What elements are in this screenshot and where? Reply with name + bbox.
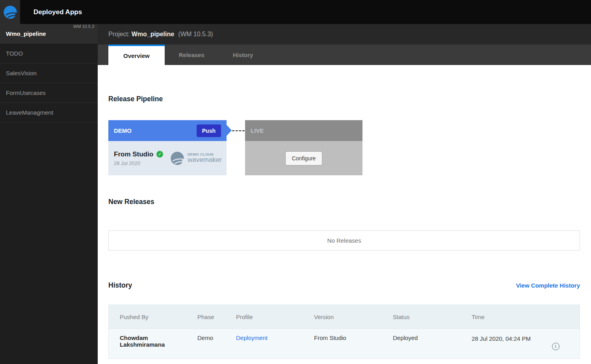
overview-content: Release Pipeline DEMO Push From Studio ✓… [98, 95, 591, 359]
sidebar-item-todo[interactable]: TODO [0, 44, 98, 63]
info-icon[interactable]: i [552, 343, 559, 350]
table-row: Chowdam Lakshmiramana Demo Deployment Fr… [109, 329, 580, 358]
live-card-header: LIVE [245, 120, 362, 141]
pipeline-arrow [227, 125, 232, 136]
history-section-header: History View Complete History [108, 281, 580, 290]
sidebar-item-salesvision[interactable]: SalesVision [0, 63, 98, 83]
tab-overview[interactable]: Overview [108, 45, 165, 65]
demo-card-body: From Studio ✓ 28 Jul 2020 [108, 141, 227, 175]
tab-bar: Overview Releases History [98, 45, 591, 65]
configure-button[interactable]: Configure [285, 151, 323, 165]
project-prefix-label: Project: [108, 31, 130, 37]
demo-phase-card: DEMO Push From Studio ✓ 28 Jul 2020 [108, 120, 227, 175]
row-pushed-by: Chowdam Lakshmiramana [120, 334, 175, 348]
sidebar-item-label: TODO [6, 50, 23, 57]
live-phase-card: LIVE Configure [245, 120, 362, 175]
topbar: Deployed Apps [0, 0, 591, 24]
history-heading: History [108, 281, 132, 290]
col-time: Time [461, 314, 532, 320]
pipeline-cards: DEMO Push From Studio ✓ 28 Jul 2020 [108, 120, 580, 175]
project-version: (WM 10.5.3) [178, 31, 213, 37]
sidebar-item-wmo-pipeline[interactable]: WM 10.5.3 Wmo_pipeline [0, 24, 98, 44]
no-releases-text: No Releases [327, 237, 361, 244]
deployment-date: 28 Jul 2020 [114, 160, 163, 166]
wave-icon [3, 5, 18, 20]
row-version: From Studio [303, 329, 382, 347]
sidebar-item-label: LeaveManagment [6, 109, 53, 116]
demo-phase-label: DEMO [114, 127, 132, 134]
main-panel: Project: Wmo_pipeline (WM 10.5.3) Overvi… [98, 24, 591, 364]
new-releases-heading: New Releases [108, 198, 580, 206]
col-phase: Phase [186, 314, 225, 320]
deployment-source-label: From Studio [114, 150, 153, 158]
view-complete-history-link[interactable]: View Complete History [516, 282, 580, 289]
history-table: Pushed By Phase Profile Version Status T… [108, 305, 580, 359]
col-status: Status [382, 314, 461, 320]
wavemaker-wave-icon [169, 150, 185, 166]
projects-sidebar: WM 10.5.3 Wmo_pipeline TODO SalesVision … [0, 24, 98, 364]
push-button[interactable]: Push [197, 124, 221, 137]
live-phase-label: LIVE [251, 127, 264, 134]
sidebar-item-label: FormUsecases [6, 89, 46, 96]
pipeline-dashed-connector [232, 130, 245, 131]
success-check-icon: ✓ [156, 151, 163, 158]
project-name: Wmo_pipeline [132, 31, 174, 37]
sidebar-item-leavemanagment[interactable]: LeaveManagment [0, 103, 98, 123]
project-header: Project: Wmo_pipeline (WM 10.5.3) [98, 24, 591, 45]
page-title: Deployed Apps [33, 0, 82, 24]
tab-releases[interactable]: Releases [165, 45, 219, 65]
sidebar-item-label: SalesVision [6, 70, 37, 76]
wavemaker-logo[interactable] [0, 0, 20, 24]
col-profile: Profile [225, 314, 303, 320]
demo-card-header: DEMO Push [108, 120, 227, 141]
demo-cloud-logo: DEMO CLOUD wavemaker [169, 150, 222, 166]
logo-wavemaker-text: wavemaker [188, 156, 222, 163]
sidebar-item-label: Wmo_pipeline [6, 30, 46, 37]
sidebar-item-formusecases[interactable]: FormUsecases [0, 83, 98, 103]
row-status: Deployed [382, 329, 461, 347]
col-version: Version [303, 314, 382, 320]
col-pushed-by: Pushed By [109, 314, 186, 320]
release-pipeline-heading: Release Pipeline [108, 95, 580, 103]
history-table-header: Pushed By Phase Profile Version Status T… [109, 305, 580, 329]
deployment-link[interactable]: Deployment [236, 334, 268, 341]
no-releases-box: No Releases [108, 230, 580, 251]
row-phase: Demo [186, 329, 225, 347]
tab-history[interactable]: History [219, 45, 268, 65]
row-time: 28 Jul 2020, 04:24 PM [461, 329, 532, 349]
live-card-body: Configure [245, 141, 362, 175]
